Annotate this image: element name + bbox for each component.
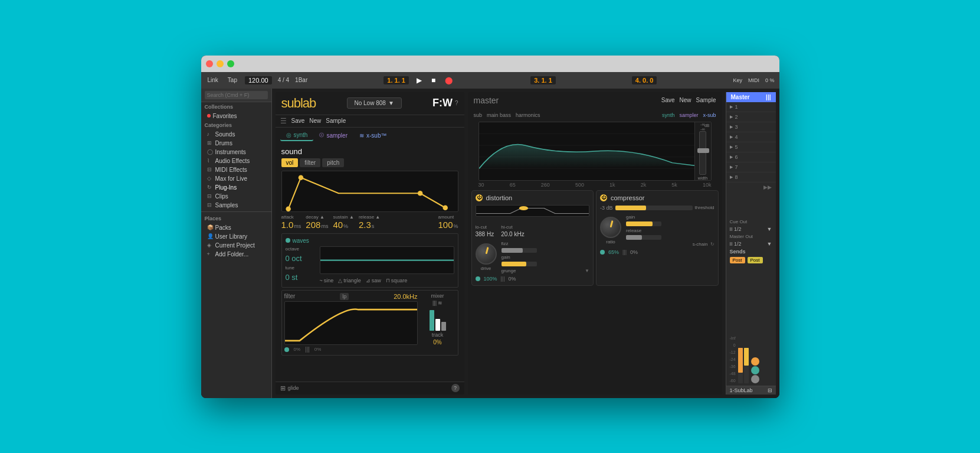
track-item-3[interactable]: ▶ 3 bbox=[726, 122, 776, 132]
sidebar-item-audio-effects[interactable]: ⌇ Audio Effects bbox=[201, 157, 271, 165]
dist-active-dot bbox=[476, 276, 480, 281]
master-new-button[interactable]: New bbox=[680, 97, 691, 103]
meter-1[interactable] bbox=[738, 348, 743, 383]
track-list: ▶ 1 ▶ 2 ▶ 3 ▶ 4 bbox=[726, 102, 776, 219]
square-type[interactable]: ⊓ square bbox=[386, 278, 408, 283]
minimize-button[interactable] bbox=[217, 60, 224, 67]
time-sig: 4 / 4 bbox=[278, 77, 289, 83]
sample-button[interactable]: Sample bbox=[326, 118, 346, 124]
track-item-7[interactable]: ▶ 7 bbox=[726, 162, 776, 172]
tune-value[interactable]: 0 st bbox=[286, 273, 315, 282]
master-out-selector[interactable]: II 1/2 ▼ bbox=[726, 240, 776, 247]
env-tab-pitch[interactable]: pitch bbox=[322, 158, 344, 167]
fizz-slider[interactable] bbox=[502, 248, 537, 253]
tab-synth[interactable]: ◎ synth bbox=[280, 130, 314, 141]
master-expand-icon[interactable]: ||| bbox=[766, 94, 771, 100]
drive-knob[interactable] bbox=[476, 243, 497, 265]
filter-freq[interactable]: 20.0kHz bbox=[394, 293, 417, 300]
sidebar-item-favorites[interactable]: Favorites bbox=[201, 112, 271, 120]
meter-btn-2[interactable] bbox=[751, 366, 759, 374]
gain-slider[interactable] bbox=[502, 262, 537, 266]
post-button-2[interactable]: Post bbox=[748, 257, 763, 263]
release-value[interactable]: 2.3 bbox=[359, 220, 371, 230]
amount-value[interactable]: 100 bbox=[438, 220, 453, 230]
sidebar-item-drums[interactable]: ⊞ Drums bbox=[201, 139, 271, 148]
meter-btn-3[interactable] bbox=[751, 375, 759, 383]
sidebar-item-samples[interactable]: ⊟ Samples bbox=[201, 201, 271, 210]
main-area: Collections Favorites Categories ♪ Sound… bbox=[201, 89, 779, 398]
track-item-5[interactable]: ▶ 5 bbox=[726, 142, 776, 152]
sidebar-item-user-library[interactable]: 👤 User Library bbox=[201, 232, 271, 241]
track-item-6[interactable]: ▶ 6 bbox=[726, 152, 776, 162]
octave-value[interactable]: 0 oct bbox=[286, 254, 315, 263]
master-sample-button[interactable]: Sample bbox=[696, 97, 716, 103]
decay-value[interactable]: 208 bbox=[306, 220, 320, 230]
save-button[interactable]: Save bbox=[291, 118, 305, 124]
expand-button[interactable]: ▶▶ bbox=[762, 184, 773, 191]
env-tab-vol[interactable]: vol bbox=[281, 158, 299, 167]
link-button[interactable]: Link bbox=[206, 76, 220, 84]
lo-cut-label: lo-cut bbox=[476, 224, 487, 230]
sidebar-item-max-for-live[interactable]: ◇ Max for Live bbox=[201, 174, 271, 183]
sidebar-item-current-project[interactable]: ◈ Current Project bbox=[201, 241, 271, 250]
stop-button[interactable]: ■ bbox=[430, 76, 437, 85]
meter-btn-1[interactable] bbox=[751, 357, 759, 366]
new-button[interactable]: New bbox=[309, 118, 321, 124]
title-bar bbox=[201, 56, 779, 72]
mixer-bar-3[interactable] bbox=[441, 322, 446, 331]
track-num-5: 5 bbox=[735, 144, 738, 150]
tab-xsub[interactable]: ≋ x-sub™ bbox=[353, 130, 392, 141]
comp-release-slider[interactable] bbox=[626, 235, 661, 240]
sine-type[interactable]: ~ sine bbox=[320, 278, 334, 283]
filter-type[interactable]: lp bbox=[340, 293, 349, 300]
help-button[interactable]: ? bbox=[451, 384, 460, 392]
track-item-1[interactable]: ▶ 1 bbox=[726, 102, 776, 112]
waves-controls: octave 0 oct tune 0 st bbox=[286, 246, 315, 283]
sidebar-item-clips[interactable]: ⊟ Clips bbox=[201, 192, 271, 201]
hamburger-icon[interactable]: ☰ bbox=[280, 117, 287, 125]
compressor-power[interactable]: ⏻ bbox=[600, 194, 607, 201]
current-project-icon: ◈ bbox=[207, 242, 213, 248]
bar-display: 1Bar bbox=[295, 77, 307, 83]
saw-type[interactable]: ⊿ saw bbox=[366, 278, 381, 283]
threshold-slider[interactable] bbox=[615, 206, 693, 210]
search-input[interactable] bbox=[205, 91, 268, 99]
master-fader[interactable] bbox=[699, 131, 706, 175]
meter-2[interactable] bbox=[744, 348, 749, 383]
bpm-display[interactable]: 120.00 bbox=[245, 76, 272, 84]
sidebar-item-sounds[interactable]: ♪ Sounds bbox=[201, 130, 271, 139]
tab-sampler[interactable]: ⦾ sampler bbox=[313, 130, 353, 141]
record-button[interactable]: ⬤ bbox=[443, 76, 454, 85]
distortion-power[interactable]: ⏻ bbox=[476, 194, 483, 201]
maximize-button[interactable] bbox=[227, 60, 234, 67]
cue-out-selector[interactable]: II 1/2 ▼ bbox=[726, 226, 776, 233]
lo-cut-value[interactable]: 388 Hz bbox=[476, 231, 494, 237]
env-tab-filter[interactable]: filter bbox=[300, 158, 320, 167]
sidebar-item-plug-ins[interactable]: ↻ Plug-Ins bbox=[201, 183, 271, 192]
play-button[interactable]: ▶ bbox=[415, 76, 424, 85]
sustain-value[interactable]: 40 bbox=[333, 220, 343, 230]
mixer-bar-1[interactable] bbox=[430, 310, 434, 331]
sidebar-item-instruments[interactable]: ◯ Instruments bbox=[201, 148, 271, 157]
expand-row: ▶▶ bbox=[726, 182, 776, 192]
track-item-4[interactable]: ▶ 4 bbox=[726, 132, 776, 142]
attack-value[interactable]: 1.0 bbox=[281, 220, 294, 230]
post-button-1[interactable]: Post bbox=[730, 257, 745, 263]
eq-frequency-labels: 30 65 260 500 1k 2k 5k 10k bbox=[473, 182, 717, 188]
track-item-8[interactable]: ▶ 8 bbox=[726, 172, 776, 182]
master-save-button[interactable]: Save bbox=[661, 97, 675, 103]
sustain-param: sustain ▲ 40 % bbox=[333, 214, 354, 230]
preset-selector[interactable]: No Low 808 ▼ bbox=[347, 97, 402, 109]
ratio-knob[interactable] bbox=[600, 217, 621, 238]
sidebar-item-packs[interactable]: 📦 Packs bbox=[201, 223, 271, 232]
tap-button[interactable]: Tap bbox=[226, 76, 239, 84]
sidebar-item-midi-effects[interactable]: ⊟ MIDI Effects bbox=[201, 165, 271, 174]
filter-bars-icon: ||| bbox=[305, 346, 310, 353]
close-button[interactable] bbox=[206, 60, 213, 67]
sidebar-item-add-folder[interactable]: + Add Folder... bbox=[201, 250, 271, 259]
triangle-type[interactable]: △ triangle bbox=[338, 278, 361, 283]
mixer-bar-2[interactable] bbox=[435, 319, 440, 331]
comp-gain-slider[interactable] bbox=[626, 221, 661, 226]
hi-cut-value[interactable]: 20.0 kHz bbox=[501, 231, 524, 237]
track-item-2[interactable]: ▶ 2 bbox=[726, 112, 776, 122]
